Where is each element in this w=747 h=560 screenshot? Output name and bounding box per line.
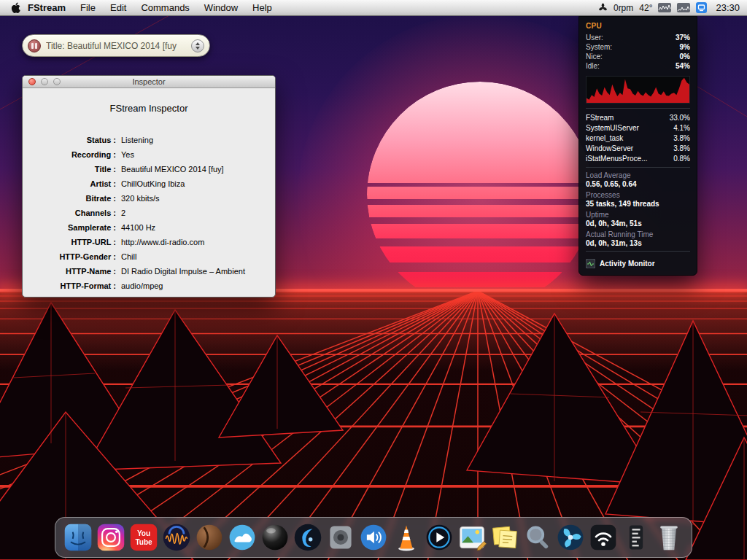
inspector-fields: Status :ListeningRecording :YesTitle :Be… bbox=[23, 133, 275, 293]
now-playing-title: Title: Beautiful MEXICO 2014 [fuy bbox=[46, 41, 186, 51]
down-arrow-icon bbox=[196, 47, 200, 50]
process-row[interactable]: SystemUIServer4.1% bbox=[586, 122, 690, 133]
apple-icon bbox=[11, 2, 20, 14]
zoom-button[interactable] bbox=[53, 78, 61, 85]
dock-icon-finder[interactable] bbox=[63, 522, 93, 553]
cpu-stat-row: Idle:54% bbox=[586, 61, 690, 71]
dock-icon-fan-control[interactable] bbox=[555, 522, 586, 553]
dock-area: YouTube bbox=[0, 510, 747, 560]
cpu-stat-row: System:9% bbox=[586, 42, 690, 52]
menu-clock[interactable]: 23:30 bbox=[716, 2, 740, 13]
field-label: Artist : bbox=[23, 179, 116, 188]
field-value: 320 kbits/s bbox=[121, 194, 160, 203]
inspector-heading: FStream Inspector bbox=[23, 103, 275, 114]
network-sparkline-icon[interactable] bbox=[677, 3, 690, 12]
info-load-average: Load Average0.56, 0.65, 0.64 bbox=[586, 171, 690, 188]
inspector-row: Recording :Yes bbox=[23, 147, 275, 162]
cpu-sparkline-icon[interactable] bbox=[658, 3, 671, 12]
stat-label: System: bbox=[586, 43, 612, 51]
fan-rpm[interactable]: 0rpm bbox=[614, 3, 633, 13]
activity-monitor-button[interactable]: Activity Monitor bbox=[586, 255, 690, 268]
menu-bar: FStream FileEditCommandsWindowHelp 0rpm … bbox=[0, 0, 747, 16]
menu-item-help[interactable]: Help bbox=[252, 2, 272, 13]
dock-icon-swirl-app[interactable] bbox=[293, 522, 323, 553]
info-value: 0d, 0h, 34m, 51s bbox=[586, 219, 690, 228]
dock-icon-audacity[interactable] bbox=[161, 522, 192, 553]
field-label: Samplerate : bbox=[23, 223, 116, 232]
menu-extras: 0rpm 42° 23:30 bbox=[598, 2, 740, 13]
apple-menu[interactable] bbox=[11, 2, 20, 14]
app-menu-fstream[interactable]: FStream bbox=[28, 2, 66, 13]
dock-icon-instagram[interactable] bbox=[96, 522, 126, 553]
process-cpu: 4.1% bbox=[673, 124, 690, 132]
process-list: FStream33.0%SystemUIServer4.1%kernel_tas… bbox=[586, 112, 690, 163]
stat-value: 54% bbox=[676, 62, 690, 70]
blue-menu-extra-icon[interactable] bbox=[696, 2, 707, 13]
field-label: Title : bbox=[23, 165, 116, 174]
field-value: Beautiful MEXICO 2014 [fuy] bbox=[121, 165, 224, 174]
dock-icon-media-player[interactable] bbox=[424, 522, 454, 553]
stepper-button[interactable] bbox=[191, 39, 204, 52]
inspector-row: Samplerate :44100 Hz bbox=[23, 220, 275, 235]
dock-icon-blue-circle-app[interactable] bbox=[227, 522, 258, 553]
info-processes: Processes35 tasks, 149 threads bbox=[586, 191, 690, 208]
dock-icon-wifi[interactable] bbox=[588, 522, 619, 553]
inspector-titlebar[interactable]: Inspector bbox=[23, 76, 275, 88]
info-label: Uptime bbox=[586, 211, 690, 219]
field-label: Channels : bbox=[23, 209, 116, 217]
divider bbox=[586, 251, 690, 252]
field-label: HTTP-Gender : bbox=[23, 252, 116, 261]
inspector-row: HTTP-Format :audio/mpeg bbox=[23, 279, 275, 293]
process-name: SystemUIServer bbox=[586, 124, 639, 132]
field-label: Status : bbox=[23, 136, 116, 144]
inspector-window: Inspector FStream Inspector Status :List… bbox=[22, 75, 276, 298]
dock-icon-trash[interactable] bbox=[654, 522, 684, 553]
dock-icon-levels[interactable] bbox=[621, 522, 651, 553]
dock-icon-vlc[interactable] bbox=[391, 522, 422, 553]
cpu-history-graph bbox=[586, 76, 690, 104]
pause-bar bbox=[31, 43, 34, 49]
dock-icon-audio-player[interactable] bbox=[358, 522, 389, 553]
istat-cpu-panel: CPU User:37%System:9%Nice:0%Idle:54% FSt… bbox=[578, 16, 697, 276]
field-label: HTTP-Format : bbox=[23, 281, 116, 290]
divider bbox=[586, 108, 690, 109]
dock-icon-youtube[interactable]: YouTube bbox=[128, 522, 159, 553]
menu-item-window[interactable]: Window bbox=[204, 2, 238, 13]
menu-item-edit[interactable]: Edit bbox=[110, 2, 126, 13]
menu-item-file[interactable]: File bbox=[80, 2, 96, 13]
process-row[interactable]: WindowServer3.8% bbox=[586, 143, 690, 153]
dock-icon-photo-editor[interactable] bbox=[457, 522, 487, 553]
field-value: 2 bbox=[121, 209, 125, 217]
dock-icon-speaker[interactable] bbox=[325, 522, 356, 553]
field-label: Recording : bbox=[23, 150, 116, 159]
dock-icon-magnifier[interactable] bbox=[522, 522, 553, 553]
process-cpu: 33.0% bbox=[670, 114, 690, 122]
info-label: Actual Running Time bbox=[586, 230, 690, 238]
inspector-row: HTTP-Gender :Chill bbox=[23, 249, 275, 264]
synthwave-sun bbox=[367, 82, 593, 308]
temperature[interactable]: 42° bbox=[639, 3, 652, 13]
close-button[interactable] bbox=[28, 78, 36, 85]
field-label: HTTP-URL : bbox=[23, 238, 116, 246]
process-row[interactable]: iStatMenusProce...0.8% bbox=[586, 153, 690, 163]
dock-icon-black-orb[interactable] bbox=[260, 522, 290, 553]
inspector-row: HTTP-Name :DI Radio Digital Impulse – Am… bbox=[23, 264, 275, 279]
info-label: Load Average bbox=[586, 171, 690, 179]
minimize-button[interactable] bbox=[41, 78, 48, 85]
up-arrow-icon bbox=[196, 42, 200, 45]
dock-icon-coffee-bean[interactable] bbox=[194, 522, 225, 553]
divider bbox=[586, 167, 690, 168]
info-uptime: Uptime0d, 0h, 34m, 51s bbox=[586, 211, 690, 228]
process-row[interactable]: kernel_task3.8% bbox=[586, 133, 690, 143]
menu-item-commands[interactable]: Commands bbox=[141, 2, 189, 13]
pause-button[interactable] bbox=[28, 39, 41, 52]
cpu-section-title: CPU bbox=[586, 22, 690, 30]
dock-icon-stickies[interactable] bbox=[489, 522, 520, 553]
process-row[interactable]: FStream33.0% bbox=[586, 112, 690, 122]
stat-value: 37% bbox=[676, 34, 690, 42]
fan-menu-icon[interactable] bbox=[598, 3, 608, 12]
field-value: ChillOutKing Ibiza bbox=[121, 179, 185, 188]
svg-text:You: You bbox=[137, 529, 150, 537]
info-value: 0.56, 0.65, 0.64 bbox=[586, 180, 690, 188]
process-cpu: 3.8% bbox=[673, 144, 690, 152]
